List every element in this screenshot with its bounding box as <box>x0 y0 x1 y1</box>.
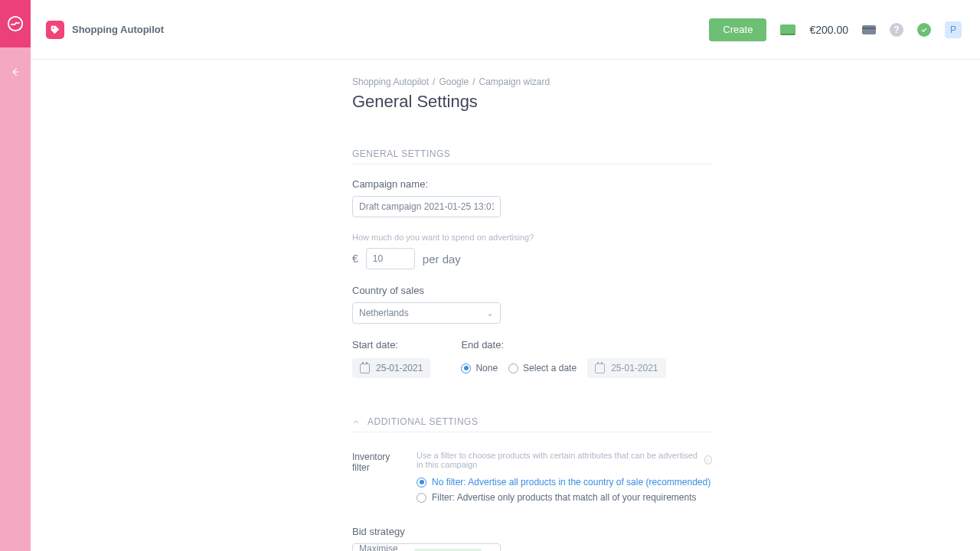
breadcrumb-item[interactable]: Shopping Autopilot <box>352 77 429 87</box>
tag-icon <box>50 24 60 35</box>
country-select[interactable]: Netherlands ⌄ <box>352 302 501 324</box>
country-label: Country of sales <box>352 285 712 296</box>
end-date-none-radio[interactable]: None <box>461 363 498 373</box>
app-icon <box>46 21 64 39</box>
page-title: General Settings <box>352 92 712 112</box>
inventory-nofilter-radio[interactable]: No filter: Advertise all products in the… <box>416 477 712 487</box>
chevron-up-icon <box>352 418 360 425</box>
breadcrumb-item[interactable]: Google <box>439 77 469 87</box>
bid-strategy-label: Bid strategy <box>352 526 712 537</box>
breadcrumb-item[interactable]: Campaign wizard <box>479 77 550 87</box>
budget-suffix: per day <box>423 253 461 266</box>
calendar-icon <box>595 364 605 373</box>
start-date-value: 25-01-2021 <box>376 363 423 373</box>
help-icon[interactable]: ? <box>890 23 903 37</box>
section-additional-toggle[interactable]: ADDITIONAL SETTINGS <box>352 416 712 432</box>
chevron-down-icon: ⌄ <box>486 308 494 318</box>
end-select-label: Select a date <box>523 363 577 373</box>
section-additional-label: ADDITIONAL SETTINGS <box>368 416 478 427</box>
inventory-description: Use a filter to choose products with cer… <box>416 451 701 469</box>
end-date-value: 25-01-2021 <box>611 363 658 373</box>
campaign-name-label: Campaign name: <box>352 178 712 190</box>
currency-symbol: € <box>352 253 358 265</box>
info-icon[interactable]: i <box>704 455 712 465</box>
radio-dot-icon <box>416 493 426 503</box>
budget-hint: How much do you want to spend on adverti… <box>352 233 712 242</box>
avatar[interactable]: P <box>945 21 962 38</box>
end-date-label: End date: <box>461 339 665 350</box>
chart-wave-icon <box>7 15 24 32</box>
section-general-label: GENERAL SETTINGS <box>352 148 712 165</box>
country-value: Netherlands <box>359 308 409 318</box>
inventory-nofilter-label: No filter: Advertise all products in the… <box>432 477 710 487</box>
topbar: Shopping Autopilot Create €200.00 ? P <box>31 0 980 60</box>
bid-strategy-value: Maximise clicks <box>359 543 414 551</box>
balance-amount: €200.00 <box>809 24 848 36</box>
start-date-picker[interactable]: 25-01-2021 <box>352 358 430 378</box>
arrow-left-icon <box>10 67 21 77</box>
create-button[interactable]: Create <box>709 18 766 41</box>
bid-strategy-select[interactable]: Maximise clicks RECOMMENDED ⌄ <box>352 543 501 551</box>
budget-input[interactable] <box>366 248 415 269</box>
svg-point-1 <box>53 27 54 28</box>
money-icon[interactable] <box>780 24 795 35</box>
end-date-select-radio[interactable]: Select a date <box>508 363 577 373</box>
inventory-filter-radio[interactable]: Filter: Advertise only products that mat… <box>416 492 712 503</box>
campaign-name-input[interactable] <box>352 196 501 217</box>
radio-dot-icon <box>416 478 426 487</box>
breadcrumb: Shopping Autopilot/Google/Campaign wizar… <box>352 77 712 87</box>
inventory-filter-label: Filter: Advertise only products that mat… <box>432 492 697 503</box>
radio-dot-icon <box>508 364 518 373</box>
back-button[interactable] <box>0 57 31 87</box>
radio-dot-icon <box>461 364 471 373</box>
start-date-label: Start date: <box>352 339 430 350</box>
end-none-label: None <box>475 363 498 373</box>
card-icon[interactable] <box>862 25 876 34</box>
calendar-icon <box>360 364 370 373</box>
end-date-picker[interactable]: 25-01-2021 <box>587 358 665 378</box>
app-title: Shopping Autopilot <box>72 24 164 35</box>
status-ok-icon[interactable] <box>917 23 931 37</box>
brand-logo[interactable] <box>0 0 31 47</box>
left-sidebar <box>0 0 31 551</box>
inventory-filter-label: Inventory filter <box>352 451 401 507</box>
